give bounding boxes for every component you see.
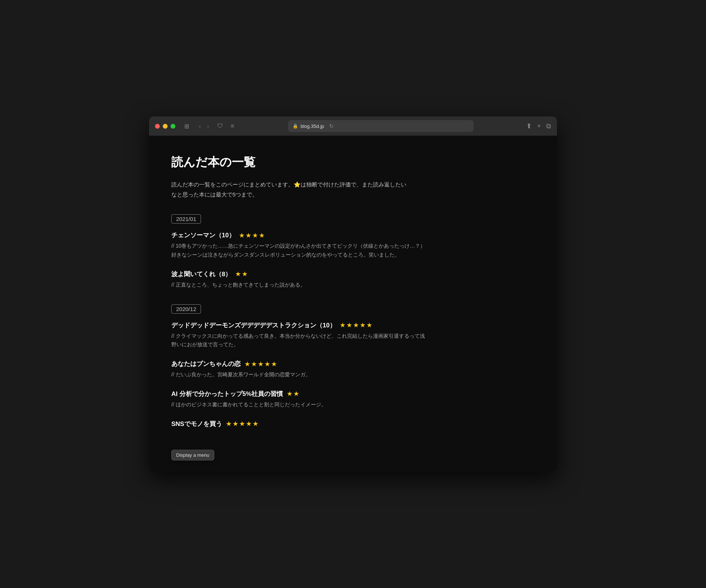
section-2020-12: 2020/12 デッドデッドデーモンズデデデデデストラクション（10） ★★★★… (171, 304, 535, 435)
book-stars-ai: ★★ (287, 390, 300, 398)
comment-ai-line1: // ほかのビジネス書に書かれてることと割と同じだったイメージ。 (171, 400, 535, 409)
book-entry-sns: SNSでモノを買う ★★★★★ (171, 420, 535, 435)
book-stars-sns: ★★★★★ (226, 420, 259, 428)
book-stars-chainsaw: ★★★★ (239, 231, 265, 240)
traffic-lights (155, 124, 175, 129)
comment-dead-line2: 野いにおが放送で言ってた。 (171, 340, 535, 349)
new-tab-icon[interactable]: + (537, 122, 541, 130)
toolbar-icons: ⊞ (183, 121, 191, 131)
comment-dead-line1: // クライマックスに向かってる感あって良き。本当か分からないけど、これ完結した… (171, 332, 535, 341)
page-description: 読んだ本の一覧をこのページにまとめています。⭐は独断で付けた評価で、また読み返し… (171, 179, 535, 199)
book-stars-dead: ★★★★★ (340, 321, 373, 329)
forward-button[interactable]: › (205, 122, 211, 130)
maximize-button[interactable] (171, 124, 175, 129)
toolbar-right: ⬆ + ⧉ (526, 122, 551, 130)
book-comment-nami: // 正直なところ、ちょっと飽きてきてしまった説がある。 (171, 281, 535, 290)
display-menu-tooltip: Display a menu (171, 450, 214, 460)
section-date-2021-01: 2021/01 (171, 214, 201, 224)
book-entry-ai: AI 分析で分かったトップ5%社員の習慣 ★★ // ほかのビジネス書に書かれて… (171, 390, 535, 409)
tabs-icon[interactable]: ⧉ (546, 122, 551, 130)
book-title-row: チェンソーマン（10） ★★★★ (171, 231, 535, 240)
description-line1: 読んだ本の一覧をこのページにまとめています。⭐は独断で付けた評価で、また読み返し… (171, 179, 535, 189)
book-title-row-nami: 波よ聞いてくれ（8） ★★ (171, 270, 535, 278)
book-title-ai: AI 分析で分かったトップ5%社員の習慣 (171, 390, 283, 398)
reload-button[interactable]: ↻ (329, 123, 334, 129)
section-2021-01: 2021/01 チェンソーマン（10） ★★★★ // 10巻もアツかった……急… (171, 214, 535, 289)
book-title-row-sns: SNSでモノを買う ★★★★★ (171, 420, 535, 428)
page-title: 読んだ本の一覧 (171, 154, 535, 171)
page-content: 読んだ本の一覧 読んだ本の一覧をこのページにまとめています。⭐は独断で付けた評価… (149, 136, 557, 472)
book-title-row-ai: AI 分析で分かったトップ5%社員の習慣 ★★ (171, 390, 535, 398)
share-icon[interactable]: ⬆ (526, 122, 532, 130)
browser-window: ⊞ ‹ › 🛡 ≡ 🔒 blog.35d.jp ↻ ⬆ + ⧉ 読んだ本の一覧 … (149, 116, 557, 472)
book-title-dead: デッドデッドデーモンズデデデデデストラクション（10） (171, 321, 336, 330)
comment-bun-line1: // だいぶ良かった。宮崎夏次系ワールド全開の恋愛マンガ。 (171, 370, 535, 379)
book-comment-chainsaw: // 10巻もアツかった……急にチェンソーマンの設定がわんさか出てきてビックリ（… (171, 242, 535, 260)
book-comment-bun: // だいぶ良かった。宮崎夏次系ワールド全開の恋愛マンガ。 (171, 370, 535, 379)
book-entry-chainsaw: チェンソーマン（10） ★★★★ // 10巻もアツかった……急にチェンソーマン… (171, 231, 535, 260)
book-title-row-dead: デッドデッドデーモンズデデデデデストラクション（10） ★★★★★ (171, 321, 535, 330)
comment-nami-line1: // 正直なところ、ちょっと飽きてきてしまった説がある。 (171, 281, 535, 290)
titlebar: ⊞ ‹ › 🛡 ≡ 🔒 blog.35d.jp ↻ ⬆ + ⧉ (149, 116, 557, 136)
book-title-chainsaw: チェンソーマン（10） (171, 231, 235, 240)
lock-icon: 🔒 (293, 123, 298, 129)
description-line2: なと思った本には最大で5つまで。 (171, 189, 535, 199)
address-bar-container: 🔒 blog.35d.jp ↻ (240, 120, 522, 132)
book-title-bun: あなたはブンちゃんの恋 (171, 360, 241, 368)
book-entry-dead: デッドデッドデーモンズデデデデデストラクション（10） ★★★★★ // クライ… (171, 321, 535, 350)
comment-line1: // 10巻もアツかった……急にチェンソーマンの設定がわんさか出てきてビックリ（… (171, 242, 535, 251)
book-stars-nami: ★★ (235, 270, 248, 278)
book-stars-bun: ★★★★★ (244, 360, 278, 368)
book-comment-ai: // ほかのビジネス書に書かれてることと割と同じだったイメージ。 (171, 400, 535, 409)
book-entry-nami: 波よ聞いてくれ（8） ★★ // 正直なところ、ちょっと飽きてきてしまった説があ… (171, 270, 535, 290)
book-title-row-bun: あなたはブンちゃんの恋 ★★★★★ (171, 360, 535, 368)
book-title-sns: SNSでモノを買う (171, 420, 222, 428)
section-date-2020-12: 2020/12 (171, 304, 201, 314)
back-button[interactable]: ‹ (197, 122, 203, 130)
shield-icon[interactable]: 🛡 (216, 121, 225, 131)
reader-icon[interactable]: ≡ (229, 121, 235, 131)
close-button[interactable] (155, 124, 160, 129)
address-bar[interactable]: 🔒 blog.35d.jp ↻ (288, 120, 474, 132)
sidebar-icon[interactable]: ⊞ (183, 121, 191, 131)
book-title-nami: 波よ聞いてくれ（8） (171, 270, 231, 278)
book-comment-dead: // クライマックスに向かってる感あって良き。本当か分からないけど、これ完結した… (171, 332, 535, 350)
nav-buttons: ‹ › (197, 122, 211, 130)
minimize-button[interactable] (163, 124, 168, 129)
url-text: blog.35d.jp (300, 123, 324, 129)
comment-line2: 好きなシーンは泣きながらダンスダンスレボリューション的なのをやってるところ。笑い… (171, 251, 535, 260)
book-entry-bun: あなたはブンちゃんの恋 ★★★★★ // だいぶ良かった。宮崎夏次系ワールド全開… (171, 360, 535, 379)
